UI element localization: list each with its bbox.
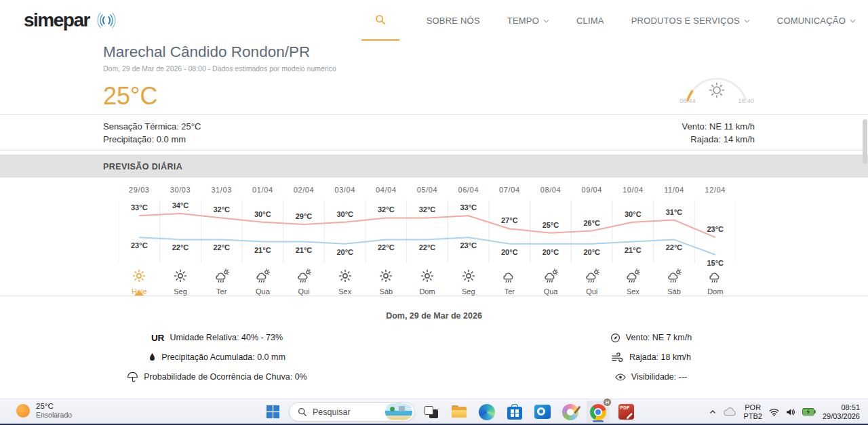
weather-sun-icon[interactable]: [160, 268, 201, 286]
simepar-logo[interactable]: simepar: [24, 10, 118, 31]
store-icon: [507, 407, 522, 420]
weather-sun-icon[interactable]: [119, 268, 160, 286]
onedrive-cloud-icon[interactable]: [724, 407, 736, 416]
weather-sun-rain-icon[interactable]: [654, 268, 695, 287]
svg-text:20°C: 20°C: [501, 248, 518, 256]
svg-text:22°C: 22°C: [378, 243, 395, 251]
svg-text:23°C: 23°C: [460, 241, 477, 249]
humidity-ur-icon: UR: [151, 333, 165, 343]
forecast-day-qua[interactable]: Qua: [530, 287, 572, 296]
browser-content: simepar SOBRE NÓSTEMPOCLIMAPRODUTOS E SE…: [0, 0, 868, 399]
svg-text:21°C: 21°C: [625, 246, 642, 254]
outlook-button[interactable]: [531, 401, 554, 423]
forecast-date: 11/04: [654, 186, 695, 200]
svg-text:22°C: 22°C: [172, 243, 189, 251]
forecast-day-sex[interactable]: Sex: [324, 287, 366, 296]
weather-sun-rain-icon[interactable]: [283, 268, 325, 287]
taskbar-search[interactable]: Pesquisar: [289, 402, 415, 422]
task-view-icon: [425, 405, 438, 419]
nav-item-label: SOBRE NÓS: [427, 16, 480, 26]
taskbar-weather-widget[interactable]: 25°C Ensolarado: [16, 402, 72, 419]
start-button[interactable]: [261, 401, 284, 423]
svg-text:30°C: 30°C: [625, 210, 642, 218]
forecast-day-qui[interactable]: Qui: [571, 287, 612, 296]
humidity-row: UR Umidade Relativa: 40% - 73%: [151, 331, 283, 344]
paint-button[interactable]: [559, 401, 582, 423]
chrome-button[interactable]: H: [587, 401, 610, 423]
outlook-icon: [534, 405, 551, 419]
weather-sun-rain-icon[interactable]: [530, 268, 572, 287]
forecast-date: 06/04: [448, 186, 489, 200]
weather-sun-rain-icon[interactable]: [242, 268, 283, 287]
forecast-date: 09/04: [571, 186, 612, 200]
rain-probability-row: Probabilidade de Ocorrência de Chuva: 0%: [127, 371, 307, 383]
svg-text:25°C: 25°C: [542, 221, 559, 229]
svg-text:32°C: 32°C: [419, 205, 436, 214]
scrollbar-thumb[interactable]: [863, 119, 867, 164]
forecast-date: 07/04: [489, 186, 530, 200]
weather-rain-icon[interactable]: [489, 268, 530, 287]
sunset-time: 18:40: [738, 97, 754, 104]
forecast-day-dom[interactable]: Dom: [407, 287, 448, 296]
forecast-day-seg[interactable]: Seg: [160, 287, 201, 296]
weather-sun-icon[interactable]: [407, 268, 448, 286]
forecast-day-sex[interactable]: Sex: [612, 287, 654, 296]
weather-sun-rain-icon[interactable]: [571, 268, 612, 287]
wind-value: Vento: NE 11 km/h: [682, 120, 755, 133]
taskbar-clock[interactable]: 08:51 29/03/2026: [823, 403, 860, 421]
folder-icon: [451, 405, 467, 419]
nav-item-3[interactable]: PRODUTOS E SERVIÇOS: [631, 16, 750, 26]
edge-button[interactable]: [475, 401, 498, 423]
weather-sun-icon[interactable]: [366, 268, 407, 286]
svg-text:22°C: 22°C: [419, 243, 436, 251]
task-view-button[interactable]: [420, 401, 443, 423]
weather-rain-icon[interactable]: [694, 268, 736, 287]
forecast-day-seg[interactable]: Seg: [448, 287, 489, 296]
forecast-date: 12/04: [694, 186, 736, 200]
nav-item-2[interactable]: CLIMA: [576, 16, 604, 26]
svg-text:20°C: 20°C: [336, 248, 353, 256]
language-indicator[interactable]: POR PTB2: [743, 403, 762, 420]
forecast-days-row: HojeSegTerQuaQuiSexSábDomSegTerQuaQuiSex…: [119, 287, 736, 296]
forecast-day-qua[interactable]: Qua: [242, 287, 283, 296]
svg-text:31°C: 31°C: [666, 208, 683, 216]
svg-text:21°C: 21°C: [254, 246, 271, 254]
microsoft-store-button[interactable]: [503, 401, 526, 423]
file-explorer-button[interactable]: [448, 401, 471, 423]
tray-time: 08:51: [823, 403, 860, 412]
svg-text:33°C: 33°C: [460, 203, 477, 211]
search-highlights-image[interactable]: [385, 403, 412, 420]
weather-sun-icon[interactable]: [448, 268, 489, 286]
logo-text: simepar: [24, 10, 90, 31]
nav-search-tab[interactable]: [361, 0, 399, 41]
running-app-indicator: [593, 420, 604, 422]
wifi-icon[interactable]: [769, 408, 779, 416]
forecast-day-dom[interactable]: Dom: [694, 287, 736, 296]
battery-charging-icon[interactable]: [802, 408, 816, 416]
feels-like-value: Sensação Térmica: 25°C: [103, 120, 201, 133]
chevron-down-icon: [744, 19, 750, 23]
nav-item-label: TEMPO: [507, 16, 539, 26]
volume-icon[interactable]: [786, 408, 795, 416]
tray-chevron-up-icon[interactable]: [709, 408, 717, 416]
forecast-day-ter[interactable]: Ter: [489, 287, 530, 296]
weather-sun-rain-icon[interactable]: [201, 268, 242, 287]
nav-item-label: PRODUTOS E SERVIÇOS: [631, 16, 740, 26]
weather-sun-rain-icon[interactable]: [612, 268, 654, 287]
conditions-left: Sensação Térmica: 25°C Precipitação: 0.0…: [103, 120, 201, 144]
forecast-day-sáb[interactable]: Sáb: [654, 287, 695, 296]
forecast-date: 31/03: [201, 186, 242, 200]
forecast-date: 10/04: [612, 186, 654, 200]
forecast-date: 02/04: [283, 186, 325, 200]
forecast-day-qui[interactable]: Qui: [283, 287, 325, 296]
forecast-day-ter[interactable]: Ter: [201, 287, 242, 296]
nav-item-4[interactable]: COMUNICAÇÃO: [777, 16, 856, 26]
desktop: simepar SOBRE NÓSTEMPOCLIMAPRODUTOS E SE…: [0, 0, 868, 425]
forecast-day-sáb[interactable]: Sáb: [366, 287, 407, 296]
svg-text:22°C: 22°C: [666, 243, 683, 251]
pdf-editor-button[interactable]: PDF: [614, 401, 637, 423]
sun-icon: [16, 404, 30, 418]
nav-item-1[interactable]: TEMPO: [507, 16, 549, 26]
nav-item-0[interactable]: SOBRE NÓS: [427, 16, 480, 26]
weather-sun-icon[interactable]: [324, 268, 366, 286]
